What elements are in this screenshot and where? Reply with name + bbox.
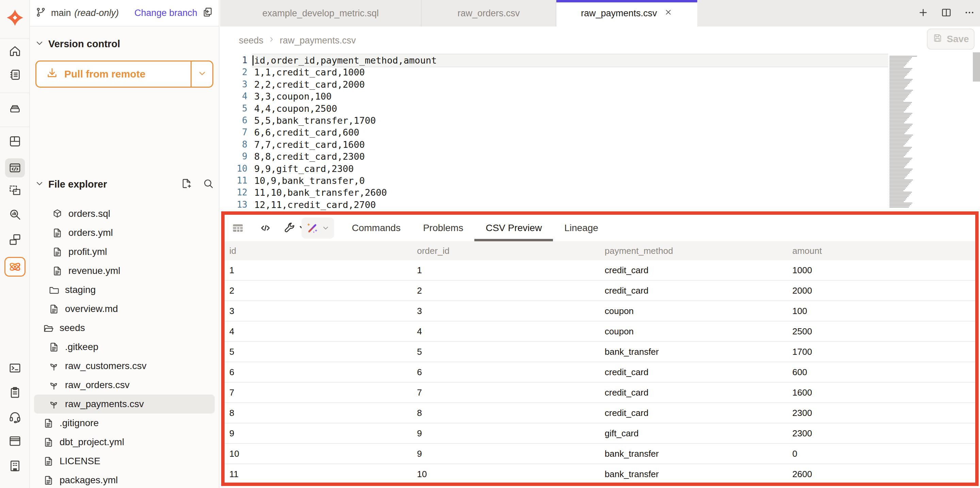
tab-example-develop-metric-sql[interactable]: example_develop_metric.sql xyxy=(220,0,422,27)
csv-cell: coupon xyxy=(600,306,788,316)
file-item-seeds[interactable]: seeds xyxy=(34,318,215,337)
organization-icon[interactable] xyxy=(8,459,22,473)
csv-cell: coupon xyxy=(600,326,788,337)
chevron-down-icon[interactable] xyxy=(35,38,44,49)
panel-toolbar: CommandsProblemsCSV PreviewLineage xyxy=(224,215,975,241)
file-doc-icon xyxy=(43,418,54,429)
chevron-down-icon xyxy=(197,69,207,79)
file-item--gitignore[interactable]: .gitignore xyxy=(34,414,215,433)
line-number: 7 xyxy=(220,127,247,138)
close-tab-icon[interactable] xyxy=(664,8,673,19)
breadcrumb-row: seeds raw_payments.csv Save xyxy=(220,27,980,54)
file-item--gitkeep[interactable]: .gitkeep xyxy=(34,337,215,356)
file-item-profit-yml[interactable]: profit.yml xyxy=(34,242,215,261)
panel-tab-label: Problems xyxy=(423,223,463,233)
terminal-icon[interactable] xyxy=(8,361,22,375)
csv-cell: 2 xyxy=(224,285,412,296)
csv-cell: bank_transfer xyxy=(600,347,788,357)
csv-row: 22credit_card2000 xyxy=(224,281,975,301)
csv-row: 44coupon2500 xyxy=(224,322,975,342)
code-line[interactable]: 10,9,bank_transfer,0 xyxy=(254,175,881,187)
copy-icon[interactable] xyxy=(202,6,213,19)
code-line[interactable]: 3,3,coupon,100 xyxy=(254,90,881,102)
code-editor[interactable]: 12345678910111213 id,order_id,payment_me… xyxy=(220,54,980,211)
csv-cell: 9 xyxy=(412,428,600,439)
file-item-license[interactable]: LICENSE xyxy=(34,452,215,471)
file-item-revenue-yml[interactable]: revenue.yml xyxy=(34,261,215,280)
csv-header-row: idorder_idpayment_methodamount xyxy=(224,241,975,260)
file-item-raw-payments-csv[interactable]: raw_payments.csv xyxy=(34,395,215,414)
save-floppy-icon xyxy=(932,33,943,46)
split-editor-icon[interactable] xyxy=(940,7,952,20)
file-item-orders-yml[interactable]: orders.yml xyxy=(34,223,215,242)
csv-cell: 2300 xyxy=(788,408,975,418)
file-item-label: profit.yml xyxy=(68,246,107,257)
change-branch-link[interactable]: Change branch xyxy=(134,8,197,18)
code-line[interactable]: id,order_id,payment_method,amount xyxy=(254,54,881,66)
code-content[interactable]: id,order_id,payment_method,amount1,1,cre… xyxy=(254,54,881,211)
code-line[interactable]: 8,8,credit_card,2300 xyxy=(254,151,881,162)
canvas-icon[interactable] xyxy=(8,184,22,197)
code-line[interactable]: 4,4,coupon,2500 xyxy=(254,103,881,114)
code-view-icon[interactable] xyxy=(259,222,272,234)
code-line[interactable]: 1,1,credit_card,1000 xyxy=(254,66,881,78)
browser-icon[interactable] xyxy=(8,434,22,448)
branch-row: main (read-only) Change branch xyxy=(30,0,219,27)
file-item-raw-orders-csv[interactable]: raw_orders.csv xyxy=(34,376,215,395)
more-options-icon[interactable] xyxy=(964,7,975,20)
tab-raw-orders-csv[interactable]: raw_orders.csv xyxy=(422,0,556,27)
tab-raw-payments-csv[interactable]: raw_payments.csv xyxy=(556,0,697,27)
editor-scrollbar[interactable] xyxy=(973,52,980,82)
windows-icon[interactable] xyxy=(8,233,22,246)
git-branch-icon xyxy=(35,7,46,19)
code-line[interactable]: 12,11,credit_card,2700 xyxy=(254,199,881,211)
panel-tab-commands[interactable]: Commands xyxy=(340,215,412,241)
assistant-atom-icon[interactable] xyxy=(5,257,25,277)
notebook-icon[interactable] xyxy=(8,68,22,82)
code-line[interactable]: 6,6,credit_card,600 xyxy=(254,127,881,138)
code-line[interactable]: 7,7,credit_card,1600 xyxy=(254,139,881,151)
bottom-panel-highlighted: CommandsProblemsCSV PreviewLineage idord… xyxy=(221,211,978,486)
ai-assist-button[interactable] xyxy=(301,217,334,239)
panel-tab-csv-preview[interactable]: CSV Preview xyxy=(474,215,553,241)
csv-cell: 4 xyxy=(412,326,600,337)
minimap[interactable] xyxy=(889,56,919,208)
file-item-label: .gitignore xyxy=(60,418,99,429)
line-number: 9 xyxy=(220,151,247,162)
seed-icon xyxy=(48,399,60,410)
home-icon[interactable] xyxy=(8,44,22,58)
new-tab-icon[interactable] xyxy=(917,7,929,20)
breadcrumb-folder[interactable]: seeds xyxy=(239,35,263,46)
csv-cell: gift_card xyxy=(600,428,788,439)
table-view-icon[interactable] xyxy=(231,222,244,234)
file-item-dbt-project-yml[interactable]: dbt_project.yml xyxy=(34,433,215,452)
panel-tab-lineage[interactable]: Lineage xyxy=(553,215,609,241)
panel-tab-problems[interactable]: Problems xyxy=(412,215,474,241)
code-line[interactable]: 11,10,bank_transfer,2600 xyxy=(254,187,881,198)
editor-tab-bar: example_develop_metric.sqlraw_orders.csv… xyxy=(220,0,980,27)
pull-from-remote-button[interactable]: Pull from remote xyxy=(35,60,213,88)
file-item-raw-customers-csv[interactable]: raw_customers.csv xyxy=(34,356,215,376)
query-icon[interactable] xyxy=(8,208,22,221)
save-button[interactable]: Save xyxy=(927,29,975,50)
code-line[interactable]: 2,2,credit_card,2000 xyxy=(254,79,881,90)
csv-cell: 9 xyxy=(224,428,412,439)
file-item-overview-md[interactable]: overview.md xyxy=(34,299,215,318)
pull-options-dropdown[interactable] xyxy=(191,62,212,87)
new-file-icon[interactable] xyxy=(181,178,192,191)
file-item-staging[interactable]: staging xyxy=(34,280,215,299)
clipboard-icon[interactable] xyxy=(8,386,22,399)
build-tools-icon[interactable] xyxy=(283,222,296,234)
file-item-packages-yml[interactable]: packages.yml xyxy=(34,471,215,488)
file-item-orders-sql[interactable]: orders.sql xyxy=(34,204,215,223)
code-editor-icon[interactable] xyxy=(5,158,25,177)
dashboard-icon[interactable] xyxy=(8,135,22,148)
dbt-logo-icon[interactable] xyxy=(6,9,24,27)
chevron-down-icon[interactable] xyxy=(35,179,44,190)
code-line[interactable]: 5,5,bank_transfer,1700 xyxy=(254,114,881,127)
layers-icon[interactable] xyxy=(8,101,22,114)
file-item-label: dbt_project.yml xyxy=(60,437,124,448)
support-headset-icon[interactable] xyxy=(8,410,22,423)
code-line[interactable]: 9,9,gift_card,2300 xyxy=(254,163,881,175)
search-icon[interactable] xyxy=(202,178,214,191)
